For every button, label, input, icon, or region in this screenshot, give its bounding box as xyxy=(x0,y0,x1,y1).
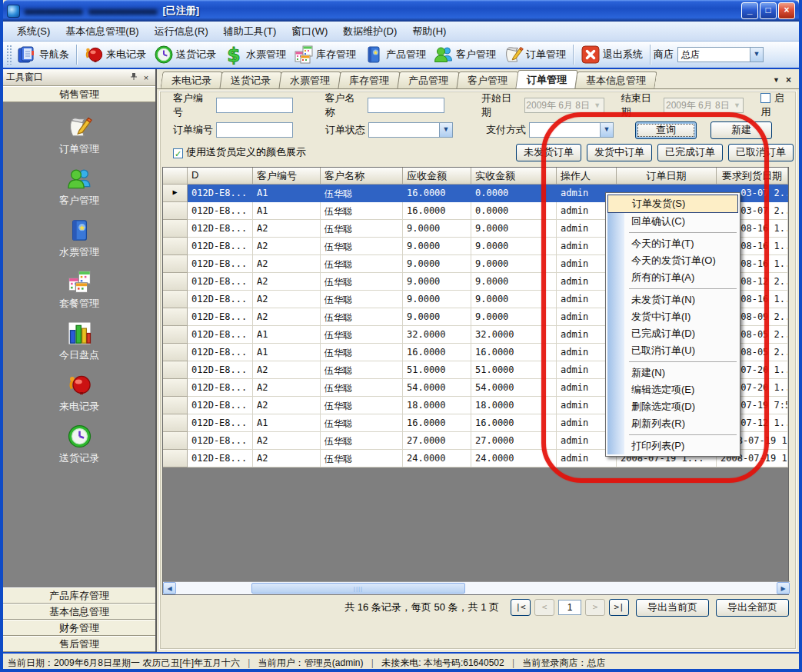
menubar-item-1[interactable]: 基本信息管理(B) xyxy=(58,22,146,41)
context-menu-item-14[interactable]: 删除选定项(D) xyxy=(607,398,738,415)
sidebar-item-3[interactable]: 套餐管理 xyxy=(33,269,125,311)
scrollbar-track[interactable] xyxy=(176,582,777,594)
tab-5[interactable]: 客户管理 xyxy=(456,72,518,88)
shop-select[interactable]: 总店 ▼ xyxy=(677,47,764,62)
cust-no-input[interactable] xyxy=(216,98,293,113)
status-filter-button-3[interactable]: 已取消订单 xyxy=(728,144,794,161)
toolbar-button-7[interactable]: 订单管理 xyxy=(500,42,570,67)
new-button[interactable]: 新建 xyxy=(710,121,772,139)
tab-3[interactable]: 库存管理 xyxy=(338,72,400,88)
row-selector-cell[interactable] xyxy=(163,255,188,273)
row-selector-cell[interactable] xyxy=(163,308,188,326)
scrollbar-thumb[interactable] xyxy=(251,583,465,594)
sidebar-item-4[interactable]: 今日盘点 xyxy=(33,321,125,362)
column-header-4[interactable]: 应收金额 xyxy=(403,168,471,185)
menubar-item-0[interactable]: 系统(S) xyxy=(9,22,58,41)
row-selector-cell[interactable] xyxy=(163,344,188,361)
order-no-input[interactable] xyxy=(216,122,293,138)
toolbar-button-4[interactable]: 库存管理 xyxy=(290,42,360,67)
context-menu-item-0[interactable]: 订单发货(S) xyxy=(607,195,738,213)
context-menu-item-7[interactable]: 未发货订单(N) xyxy=(607,291,738,308)
tab-4[interactable]: 产品管理 xyxy=(397,72,459,88)
tab-6[interactable]: 订单管理 xyxy=(515,70,577,88)
end-date-picker[interactable]: 2009年 6月 8日 ▼ xyxy=(664,98,744,113)
column-header-5[interactable]: 实收金额 xyxy=(471,168,557,185)
export-all-pages-button[interactable]: 导出全部页 xyxy=(716,599,789,617)
scroll-right-icon[interactable]: ▶ xyxy=(777,582,790,594)
minimize-button[interactable]: _ xyxy=(741,2,758,19)
context-menu-item-12[interactable]: 新建(N) xyxy=(607,364,738,381)
scroll-left-icon[interactable]: ◀ xyxy=(163,582,176,594)
pin-icon[interactable] xyxy=(128,72,140,82)
toolbar-button-0[interactable]: 导航条 xyxy=(13,42,73,67)
context-menu-item-17[interactable]: 打印列表(P) xyxy=(607,437,738,454)
toolbar-button-3[interactable]: $水票管理 xyxy=(220,42,290,67)
context-menu-item-5[interactable]: 所有的订单(A) xyxy=(607,269,738,286)
row-selector-cell[interactable] xyxy=(163,379,188,397)
last-page-button[interactable]: >| xyxy=(609,599,629,616)
row-selector-cell[interactable] xyxy=(163,202,188,220)
toolbar-button-6[interactable]: 客户管理 xyxy=(430,42,500,67)
context-menu-item-9[interactable]: 已完成订单(D) xyxy=(607,325,738,342)
color-checkbox[interactable]: ✓ xyxy=(173,148,183,158)
context-menu-item-3[interactable]: 今天的订单(T) xyxy=(607,235,738,252)
row-selector-cell[interactable]: ▶ xyxy=(163,185,188,202)
row-selector-cell[interactable] xyxy=(163,361,188,379)
menubar-item-3[interactable]: 辅助工具(T) xyxy=(216,22,285,41)
prev-page-button[interactable]: < xyxy=(534,599,554,616)
toolbar-button-2[interactable]: 送货记录 xyxy=(150,42,220,67)
sidebar-section-0[interactable]: 产品库存管理 xyxy=(3,587,155,604)
sidebar-item-5[interactable]: 来电记录 xyxy=(33,372,125,414)
tab-7[interactable]: 基本信息管理 xyxy=(574,72,657,88)
row-selector-cell[interactable] xyxy=(163,238,188,255)
next-page-button[interactable]: > xyxy=(585,599,605,616)
close-button[interactable]: × xyxy=(778,2,795,19)
row-selector-cell[interactable] xyxy=(163,291,188,308)
cust-name-input[interactable] xyxy=(368,98,444,113)
status-filter-button-1[interactable]: 发货中订单 xyxy=(587,144,652,161)
column-header-2[interactable]: 客户编号 xyxy=(253,168,321,185)
sidebar-item-2[interactable]: 水票管理 xyxy=(33,218,125,259)
row-selector-cell[interactable] xyxy=(163,450,188,467)
column-header-0[interactable] xyxy=(163,168,188,185)
row-selector-cell[interactable] xyxy=(163,273,188,291)
row-selector-cell[interactable] xyxy=(163,326,188,344)
start-date-picker[interactable]: 2009年 6月 8日 ▼ xyxy=(524,98,604,113)
sidebar-section-1[interactable]: 基本信息管理 xyxy=(3,604,155,620)
tab-0[interactable]: 来电记录 xyxy=(160,72,222,88)
context-menu-item-4[interactable]: 今天的发货订单(O) xyxy=(607,252,738,269)
context-menu-item-10[interactable]: 已取消订单(U) xyxy=(607,342,738,359)
tab-collapse-icon[interactable]: ▼ xyxy=(773,76,780,84)
first-page-button[interactable]: |< xyxy=(511,599,531,616)
column-header-1[interactable]: D xyxy=(188,168,253,185)
column-header-3[interactable]: 客户名称 xyxy=(321,168,403,185)
context-menu-item-13[interactable]: 编辑选定项(E) xyxy=(607,381,738,398)
menubar-item-5[interactable]: 数据维护(D) xyxy=(335,22,404,41)
context-menu-item-15[interactable]: 刷新列表(R) xyxy=(607,415,738,432)
menubar-item-6[interactable]: 帮助(H) xyxy=(404,22,454,41)
context-menu-item-8[interactable]: 发货中订单(I) xyxy=(607,308,738,325)
tab-1[interactable]: 送货记录 xyxy=(219,72,281,88)
column-header-7[interactable]: 订单日期 xyxy=(617,168,717,185)
toolbar-grip[interactable] xyxy=(6,45,12,65)
sidebar-item-0[interactable]: 订单管理 xyxy=(33,115,125,156)
column-header-6[interactable]: 操作人 xyxy=(557,168,617,185)
row-selector-cell[interactable] xyxy=(163,397,188,414)
sidebar-section-sales[interactable]: 销售管理 xyxy=(3,86,155,102)
sidebar-section-3[interactable]: 售后管理 xyxy=(3,636,155,652)
row-selector-cell[interactable] xyxy=(163,432,188,450)
export-current-page-button[interactable]: 导出当前页 xyxy=(636,599,709,617)
toolbar-button-1[interactable]: 来电记录 xyxy=(80,42,150,67)
row-selector-cell[interactable] xyxy=(163,414,188,432)
enable-checkbox[interactable] xyxy=(760,93,770,103)
query-button[interactable]: 查询 xyxy=(635,121,697,139)
horizontal-scrollbar[interactable]: ◀ ▶ xyxy=(163,581,790,594)
menubar-item-4[interactable]: 窗口(W) xyxy=(284,22,335,41)
toolbar-button-8[interactable]: 退出系统 xyxy=(577,42,647,67)
context-menu-item-1[interactable]: 回单确认(C) xyxy=(607,213,738,230)
order-status-select[interactable]: ▼ xyxy=(368,122,453,138)
pay-method-select[interactable]: ▼ xyxy=(529,122,614,138)
close-icon[interactable]: × xyxy=(140,73,152,82)
row-selector-cell[interactable] xyxy=(163,220,188,238)
tab-2[interactable]: 水票管理 xyxy=(278,72,341,88)
